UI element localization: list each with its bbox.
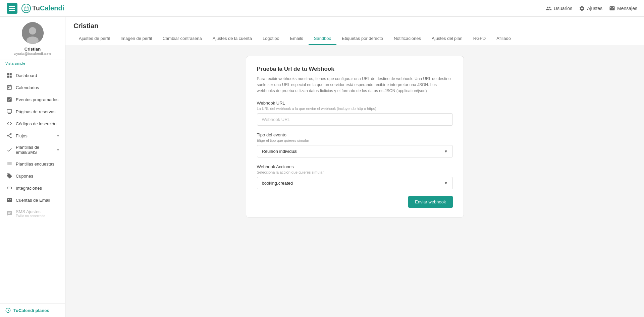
sidebar-item-codigos[interactable]: Códigos de inserción (0, 118, 65, 130)
avatar (22, 22, 44, 44)
topbar-right: Usuarios Ajustes Mensajes (546, 5, 637, 11)
plantillas-arrow: ▼ (56, 148, 60, 152)
webhook-url-group: Webhook URL La URL del webhook a la que … (257, 101, 453, 126)
topbar: TuCalendi Usuarios Ajustes Mensajes (0, 0, 644, 17)
sidebar-nav: Dashboard Calendarios Eventos programado… (0, 67, 65, 303)
sidebar-profile: Cristian ayuda@tucalendi.com (0, 17, 65, 60)
tag-icon (6, 173, 12, 179)
send-button-container: Enviar webhook (257, 196, 453, 208)
event-type-group: Tipo del evento Elige el tipo que quiere… (257, 132, 453, 157)
sidebar-item-plantillas-encuestas[interactable]: Plantillas encuestas (0, 158, 65, 170)
list-icon (6, 161, 12, 167)
tab-logotipo[interactable]: Logotipo (257, 33, 285, 45)
tab-cambiar-contrasena[interactable]: Cambiar contraseña (157, 33, 207, 45)
circle-icon (5, 308, 11, 313)
grid-icon (6, 72, 12, 78)
sidebar-item-calendarios[interactable]: Calendarios (0, 81, 65, 93)
main-content: Cristian Ajustes de perfil Imagen de per… (65, 17, 644, 317)
webhook-url-input[interactable] (257, 113, 453, 126)
tab-afiliado[interactable]: Afiliado (491, 33, 516, 45)
mail-icon-sidebar (6, 197, 12, 203)
sidebar-item-cupones[interactable]: Cupones (0, 170, 65, 182)
webhook-actions-select-wrapper: booking.created booking.cancelled bookin… (257, 177, 453, 189)
link-icon (6, 185, 12, 191)
calendar-icon (6, 84, 12, 90)
webhook-actions-label: Webhook Acciones (257, 164, 453, 169)
sidebar-item-paginas[interactable]: Páginas de reservas (0, 106, 65, 118)
profile-email: ayuda@tucalendi.com (14, 52, 51, 56)
tab-notificaciones[interactable]: Notificaciones (388, 33, 426, 45)
mail-icon-topbar (609, 5, 615, 11)
card-description: Para recibir webhooks nuestros, tienes q… (257, 76, 453, 94)
send-webhook-button[interactable]: Enviar webhook (408, 196, 453, 208)
profile-name: Cristian (24, 47, 41, 52)
share-icon (6, 133, 12, 139)
webhook-url-sublabel: La URL del webhook a la que enviar el we… (257, 107, 453, 111)
tucalendi-planes[interactable]: TuCalendi planes (5, 308, 60, 313)
ajustes-nav[interactable]: Ajustes (579, 5, 602, 11)
hamburger-button[interactable] (7, 3, 17, 14)
sidebar-item-integraciones[interactable]: Integraciones (0, 182, 65, 194)
svg-point-2 (29, 27, 36, 35)
tab-emails[interactable]: Emails (285, 33, 309, 45)
logo-icon (21, 4, 31, 13)
sidebar-footer: TuCalendi planes (0, 303, 65, 317)
avatar-svg (22, 22, 44, 44)
sidebar-item-flujos[interactable]: Flujos ▼ (0, 130, 65, 142)
sidebar-item-plantillas-email[interactable]: Plantillas de email/SMS ▼ (0, 142, 65, 158)
svg-point-0 (22, 4, 31, 13)
sidebar-item-cuentas-email[interactable]: Cuentas de Email (0, 194, 65, 206)
sidebar-item-dashboard[interactable]: Dashboard (0, 69, 65, 81)
sidebar-item-sms[interactable]: SMS Ajustes Twilio no conectado (0, 206, 65, 221)
gear-icon (579, 5, 585, 11)
tab-ajustes-plan[interactable]: Ajustes del plan (426, 33, 468, 45)
card-title: Prueba la Url de tu Webhook (257, 66, 453, 72)
tab-ajustes-cuenta[interactable]: Ajustes de la cuenta (207, 33, 257, 45)
check-square-icon (6, 97, 12, 103)
logo-text: TuCalendi (32, 4, 64, 12)
message-icon (6, 210, 12, 216)
event-type-select[interactable]: Reunión individual Reunión grupal Reunió… (257, 145, 453, 157)
monitor-icon (6, 109, 12, 115)
tab-imagen-perfil[interactable]: Imagen de perfil (115, 33, 157, 45)
event-type-sublabel: Elige el tipo que quieres simular (257, 138, 453, 142)
event-type-label: Tipo del evento (257, 132, 453, 137)
sidebar-item-eventos[interactable]: Eventos programados (0, 93, 65, 106)
usuarios-nav[interactable]: Usuarios (546, 5, 572, 11)
page-title: Cristian (73, 17, 636, 33)
topbar-left: TuCalendi (7, 3, 64, 14)
tab-sandbox[interactable]: Sandbox (309, 33, 336, 45)
event-type-select-wrapper: Reunión individual Reunión grupal Reunió… (257, 145, 453, 157)
code-icon (6, 121, 12, 127)
users-icon (546, 5, 552, 11)
email-template-icon (6, 147, 12, 153)
webhook-actions-select[interactable]: booking.created booking.cancelled bookin… (257, 177, 453, 189)
tabs: Ajustes de perfil Imagen de perfil Cambi… (73, 33, 636, 45)
logo: TuCalendi (21, 4, 64, 13)
webhook-actions-sublabel: Selecciona la acción que quieres simular (257, 170, 453, 174)
vista-simple-link[interactable]: Vista simple (0, 60, 65, 67)
webhook-card: Prueba la Url de tu Webhook Para recibir… (246, 56, 464, 217)
content-area: Prueba la Url de tu Webhook Para recibir… (65, 45, 644, 228)
webhook-url-label: Webhook URL (257, 101, 453, 106)
flujos-arrow: ▼ (56, 134, 60, 138)
tab-rgpd[interactable]: RGPD (468, 33, 491, 45)
main-header: Cristian Ajustes de perfil Imagen de per… (65, 17, 644, 45)
tab-ajustes-perfil[interactable]: Ajustes de perfil (73, 33, 115, 45)
sidebar: Cristian ayuda@tucalendi.com Vista simpl… (0, 17, 65, 317)
mensajes-nav[interactable]: Mensajes (609, 5, 637, 11)
layout: Cristian ayuda@tucalendi.com Vista simpl… (0, 17, 644, 317)
webhook-actions-group: Webhook Acciones Selecciona la acción qu… (257, 164, 453, 189)
avatar-image (22, 22, 44, 44)
tab-etiquetas[interactable]: Etiquetas por defecto (336, 33, 388, 45)
